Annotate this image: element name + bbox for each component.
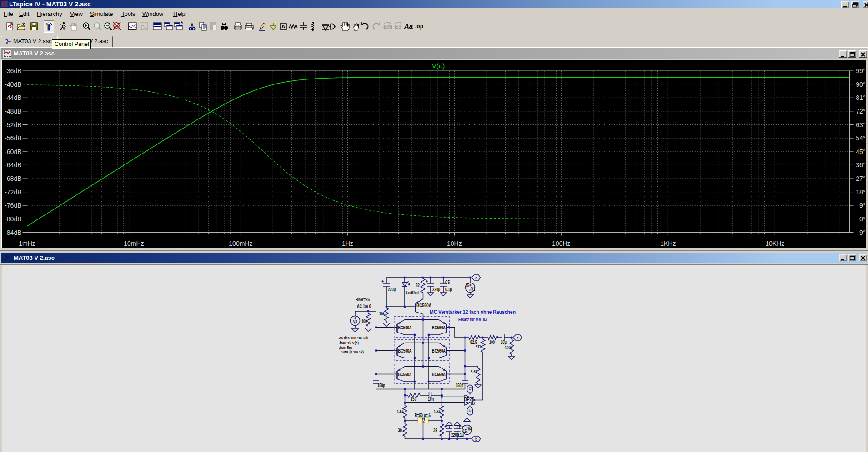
svg-text:BC560A: BC560A	[398, 348, 412, 353]
svg-text:-40dB: -40dB	[5, 81, 21, 88]
svg-text:39: 39	[433, 428, 437, 433]
svg-text:36°: 36°	[856, 161, 865, 169]
svg-text:Aa: Aa	[404, 22, 413, 30]
svg-text:BC560A: BC560A	[432, 325, 446, 330]
svg-text:BC560A: BC560A	[398, 372, 412, 377]
svg-text:b: b	[475, 437, 477, 442]
svg-text:R=50 p=.6: R=50 p=.6	[415, 413, 431, 418]
svg-text:5.62: 5.62	[471, 369, 477, 374]
svg-text:-36dB: -36dB	[5, 67, 21, 75]
svg-text:15: 15	[466, 283, 469, 288]
svg-text:C5: C5	[445, 280, 450, 285]
svg-text:a: a	[468, 409, 472, 412]
svg-text:99°: 99°	[856, 67, 865, 75]
svg-text:1.5k: 1.5k	[434, 409, 441, 414]
svg-text:BC560A: BC560A	[398, 325, 412, 330]
svg-text:-48dB: -48dB	[5, 108, 21, 115]
svg-text:0.1µ: 0.1µ	[445, 287, 452, 292]
svg-text:-72dB: -72dB	[5, 189, 21, 196]
svg-text:150: 150	[411, 397, 416, 402]
svg-text:220µ: 220µ	[432, 287, 440, 292]
svg-text:18°: 18°	[856, 189, 865, 196]
svg-text:A: A	[281, 24, 285, 29]
svg-text:15: 15	[463, 429, 467, 434]
svg-text:100Hz: 100Hz	[552, 240, 570, 247]
svg-text:72°: 72°	[856, 108, 865, 115]
svg-text:AC 1m 0: AC 1m 0	[357, 304, 371, 309]
svg-text:82: 82	[416, 283, 420, 288]
svg-text:0°: 0°	[859, 215, 865, 223]
svg-text:Rser=25: Rser=25	[356, 297, 370, 302]
svg-text:b: b	[468, 387, 472, 390]
svg-text:Em: Em	[383, 23, 392, 30]
svg-text:.op: .op	[415, 23, 423, 30]
svg-text:.ac dec 100 1m 50k: .ac dec 100 1m 50k	[338, 335, 369, 340]
svg-text:-52dB: -52dB	[5, 121, 21, 129]
svg-text:BC560A: BC560A	[432, 372, 446, 377]
svg-text:10n: 10n	[428, 397, 434, 402]
svg-text:R2: R2	[421, 418, 426, 423]
svg-text:10Hz: 10Hz	[447, 240, 462, 247]
svg-text:V(e): V(e)	[432, 62, 445, 70]
svg-text:U2: U2	[471, 401, 475, 406]
svg-text:V1: V1	[471, 287, 475, 292]
svg-text:100mHz: 100mHz	[229, 240, 252, 247]
svg-text:10µ: 10µ	[501, 340, 507, 345]
svg-text:9°: 9°	[859, 202, 865, 209]
svg-text:100: 100	[361, 319, 367, 324]
svg-text:150p: 150p	[456, 383, 463, 388]
svg-text:150p: 150p	[377, 383, 385, 388]
svg-text:1mHz: 1mHz	[19, 240, 35, 247]
svg-text:10KHz: 10KHz	[765, 240, 784, 247]
svg-text:90°: 90°	[856, 81, 865, 88]
svg-text:BC560A: BC560A	[416, 303, 431, 308]
svg-text:Ersatz für MAT03: Ersatz für MAT03	[458, 317, 487, 322]
svg-text:-76dB: -76dB	[5, 202, 21, 209]
svg-text:-68dB: -68dB	[5, 175, 21, 182]
svg-text:39: 39	[398, 428, 402, 433]
svg-text:LedRed: LedRed	[406, 290, 419, 295]
svg-text:81°: 81°	[856, 94, 865, 101]
svg-text:15k: 15k	[379, 311, 385, 316]
svg-text:100: 100	[489, 340, 495, 345]
svg-text:E3: E3	[394, 23, 401, 30]
svg-text:V3: V3	[353, 319, 357, 324]
svg-text:BC560A: BC560A	[432, 348, 446, 353]
svg-text:.four 1k V(e): .four 1k V(e)	[339, 340, 359, 345]
svg-text:-84dB: -84dB	[5, 229, 21, 236]
svg-text:1KHz: 1KHz	[660, 240, 676, 247]
svg-text:-64dB: -64dB	[5, 161, 21, 169]
svg-text:10mHz: 10mHz	[124, 240, 144, 247]
svg-text:1.5k: 1.5k	[397, 409, 404, 414]
svg-text:27°: 27°	[856, 175, 865, 182]
svg-text:220µ: 220µ	[388, 287, 396, 292]
svg-text:a: a	[475, 276, 477, 280]
svg-text:-56dB: -56dB	[5, 134, 21, 142]
svg-text:1Hz: 1Hz	[342, 240, 353, 247]
svg-text:-9°: -9°	[857, 229, 865, 236]
svg-text:SINE(0 1m 1k): SINE(0 1m 1k)	[341, 349, 364, 354]
svg-text:63°: 63°	[856, 121, 865, 129]
svg-text:e: e	[517, 336, 519, 340]
svg-text:V4: V4	[468, 427, 472, 432]
svg-text:-80dB: -80dB	[5, 215, 21, 223]
svg-text:-44dB: -44dB	[5, 94, 21, 101]
svg-text:MC Verstärker 12 fach ohne Rau: MC Verstärker 12 fach ohne Rauschen	[430, 308, 516, 315]
svg-text:511: 511	[476, 344, 481, 349]
svg-text:45°: 45°	[856, 148, 865, 155]
svg-text:-60dB: -60dB	[5, 148, 21, 155]
svg-text:54°: 54°	[856, 134, 865, 142]
svg-text:100k: 100k	[505, 345, 512, 350]
